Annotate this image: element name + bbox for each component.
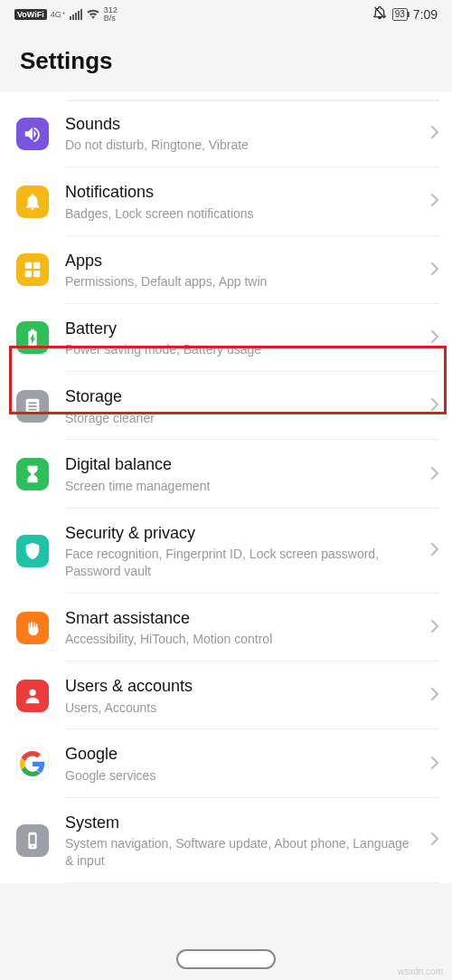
settings-row-users[interactable]: Users & accounts Users, Accounts: [16, 661, 452, 729]
svg-point-8: [29, 689, 35, 695]
row-subtitle: Do not disturb, Ringtone, Vibrate: [65, 137, 414, 154]
chevron-right-icon: [430, 262, 439, 280]
sounds-icon: [16, 118, 49, 150]
battery-indicator: 93: [392, 8, 408, 21]
status-right: 93 7:09: [372, 5, 438, 24]
row-text: Battery Power saving mode, Battery usage: [65, 319, 414, 358]
settings-row-security[interactable]: Security & privacy Face recognition, Fin…: [16, 509, 452, 594]
network-speed: 312 B/s: [104, 6, 118, 23]
row-title: Users & accounts: [65, 676, 414, 697]
chevron-right-icon: [430, 125, 439, 143]
settings-row-storage[interactable]: Storage Storage cleaner: [16, 372, 452, 440]
chevron-right-icon: [430, 466, 439, 484]
row-title: Smart assistance: [65, 608, 414, 629]
nav-home-pill[interactable]: [176, 949, 276, 969]
google-icon: [16, 747, 49, 780]
settings-row-apps[interactable]: Apps Permissions, Default apps, App twin: [16, 236, 452, 304]
row-subtitle: Face recognition, Fingerprint ID, Lock s…: [65, 546, 414, 580]
chevron-right-icon: [430, 756, 439, 774]
row-title: Digital balance: [65, 454, 414, 475]
digital-balance-icon: [16, 458, 49, 490]
storage-icon: [16, 390, 49, 423]
battery-icon: [16, 321, 49, 354]
row-subtitle: System navigation, Software update, Abou…: [65, 835, 414, 870]
settings-row-sounds[interactable]: Sounds Do not disturb, Ringtone, Vibrate: [16, 100, 452, 167]
chevron-right-icon: [430, 193, 439, 211]
row-title: System: [65, 813, 414, 833]
settings-row-google[interactable]: Google Google services: [16, 729, 452, 797]
row-text: Smart assistance Accessibility, HiTouch,…: [65, 608, 414, 648]
settings-list[interactable]: Sounds Do not disturb, Ringtone, Vibrate…: [0, 91, 452, 883]
svg-rect-7: [28, 409, 36, 411]
status-left: VoWiFi 4G⁺ 312 B/s: [14, 6, 118, 23]
wifi-icon: [86, 7, 100, 22]
row-title: Battery: [65, 319, 414, 339]
row-title: Security & privacy: [65, 523, 414, 544]
signal-icon: [70, 9, 82, 20]
svg-point-11: [32, 845, 33, 847]
row-title: Apps: [65, 251, 414, 271]
row-title: Notifications: [65, 182, 414, 203]
row-subtitle: Accessibility, HiTouch, Motion control: [65, 631, 414, 648]
row-subtitle: Google services: [65, 767, 414, 785]
settings-row-notifications[interactable]: Notifications Badges, Lock screen notifi…: [16, 167, 452, 235]
settings-row-system[interactable]: System System navigation, Software updat…: [16, 798, 452, 883]
system-icon: [16, 824, 49, 857]
chevron-right-icon: [430, 397, 439, 415]
page-title: Settings: [20, 47, 432, 75]
row-text: System System navigation, Software updat…: [65, 813, 414, 870]
row-text: Digital balance Screen time management: [65, 454, 414, 494]
users-icon: [16, 680, 49, 712]
svg-rect-2: [25, 271, 32, 277]
row-text: Apps Permissions, Default apps, App twin: [65, 251, 414, 290]
row-subtitle: Badges, Lock screen notifications: [65, 205, 414, 223]
row-title: Google: [65, 744, 414, 765]
svg-rect-5: [28, 402, 36, 404]
settings-row-battery[interactable]: Battery Power saving mode, Battery usage: [16, 304, 452, 372]
svg-rect-3: [33, 271, 40, 277]
row-text: Security & privacy Face recognition, Fin…: [65, 523, 414, 580]
page-header: Settings: [0, 29, 452, 91]
watermark: wsxdn.com: [398, 966, 443, 976]
vowifi-badge: VoWiFi: [14, 9, 47, 20]
notifications-icon: [16, 186, 49, 218]
partial-row-above: [69, 91, 439, 100]
dnd-icon: [372, 5, 387, 24]
clock: 7:09: [413, 7, 438, 22]
security-icon: [16, 535, 49, 567]
row-text: Storage Storage cleaner: [65, 386, 414, 426]
chevron-right-icon: [430, 329, 439, 347]
row-text: Notifications Badges, Lock screen notifi…: [65, 182, 414, 222]
row-subtitle: Storage cleaner: [65, 410, 414, 427]
settings-row-digital-balance[interactable]: Digital balance Screen time management: [16, 440, 452, 508]
svg-rect-6: [28, 405, 36, 407]
row-subtitle: Screen time management: [65, 478, 414, 495]
row-subtitle: Users, Accounts: [65, 699, 414, 717]
smart-assistance-icon: [16, 612, 49, 644]
row-subtitle: Power saving mode, Battery usage: [65, 341, 414, 358]
row-title: Sounds: [65, 114, 414, 135]
chevron-right-icon: [430, 619, 439, 637]
row-text: Users & accounts Users, Accounts: [65, 676, 414, 716]
svg-rect-0: [25, 262, 32, 269]
status-bar: VoWiFi 4G⁺ 312 B/s 93 7:09: [0, 0, 452, 29]
row-text: Google Google services: [65, 744, 414, 784]
chevron-right-icon: [430, 542, 439, 560]
apps-icon: [16, 253, 49, 286]
row-title: Storage: [65, 386, 414, 407]
chevron-right-icon: [430, 832, 439, 850]
settings-row-smart-assistance[interactable]: Smart assistance Accessibility, HiTouch,…: [16, 594, 452, 661]
chevron-right-icon: [430, 687, 439, 705]
row-subtitle: Permissions, Default apps, App twin: [65, 273, 414, 290]
network-label: 4G⁺: [51, 10, 66, 19]
row-text: Sounds Do not disturb, Ringtone, Vibrate: [65, 114, 414, 154]
svg-rect-1: [33, 262, 40, 269]
